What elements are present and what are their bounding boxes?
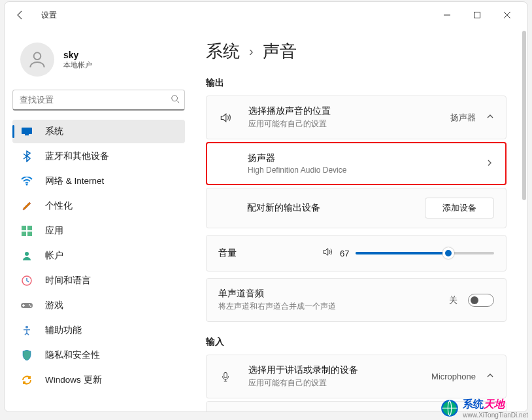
- svg-point-3: [172, 96, 178, 101]
- access-icon: [20, 324, 33, 337]
- clock-icon: [20, 274, 33, 287]
- maximize-button[interactable]: [462, 5, 492, 26]
- volume-slider[interactable]: [356, 252, 494, 254]
- monitor-icon: [20, 125, 33, 138]
- svg-point-12: [25, 252, 29, 256]
- body: sky 本地帐户 系统蓝牙和其他设备网络 & Internet个性化应用帐户时间…: [5, 28, 527, 411]
- nav-item-monitor[interactable]: 系统: [12, 120, 185, 143]
- svg-rect-6: [25, 134, 29, 135]
- minimize-button[interactable]: [432, 5, 462, 26]
- nav-item-apps[interactable]: 应用: [12, 219, 185, 243]
- nav-label: 系统: [45, 126, 63, 137]
- input-choose-title: 选择用于讲话或录制的设备: [248, 364, 431, 376]
- output-choose-value: 扬声器: [450, 112, 476, 124]
- nav-item-wifi[interactable]: 网络 & Internet: [12, 169, 185, 193]
- pair-device-card: 配对新的输出设备 添加设备: [206, 188, 507, 228]
- input-section-label: 输入: [206, 336, 507, 348]
- brush-icon: [20, 200, 33, 213]
- output-choose-sub: 应用可能有自己的设置: [248, 118, 450, 130]
- input-choose-card[interactable]: 选择用于讲话或录制的设备 应用可能有自己的设置 Microphone: [206, 355, 507, 398]
- main-content: 系统 › 声音 输出 选择播放声音的位置 应用可能有自己的设置 扬声器: [194, 28, 527, 411]
- mono-audio-card: 单声道音频 将左声道和右声道合并成一个声道 关: [206, 278, 507, 322]
- svg-rect-1: [474, 12, 480, 18]
- nav-label: 游戏: [45, 300, 63, 311]
- search-box: [12, 90, 185, 111]
- volume-label: 音量: [218, 247, 310, 259]
- microphone-icon: [218, 371, 233, 383]
- nav-label: 隐私和安全性: [45, 349, 100, 361]
- apps-icon: [20, 224, 33, 237]
- search-icon: [171, 94, 180, 106]
- nav-label: 应用: [45, 225, 63, 237]
- nav-item-update[interactable]: Windows 更新: [12, 368, 185, 392]
- svg-rect-8: [22, 226, 26, 230]
- chevron-right-icon: [486, 159, 493, 169]
- volume-card: 音量 67: [206, 235, 507, 271]
- nav-item-shield[interactable]: 隐私和安全性: [12, 343, 185, 367]
- nav-item-bluetooth[interactable]: 蓝牙和其他设备: [12, 145, 185, 168]
- settings-window: 设置 sky 本地帐户 系统蓝牙和其: [4, 1, 528, 412]
- shield-icon: [20, 349, 33, 362]
- svg-point-7: [26, 184, 28, 186]
- search-input[interactable]: [12, 90, 185, 111]
- app-title: 设置: [41, 10, 57, 21]
- svg-point-2: [34, 52, 41, 60]
- output-device-title: 扬声器: [248, 152, 486, 164]
- output-device-sub: High Definition Audio Device: [248, 166, 486, 175]
- user-type: 本地帐户: [63, 60, 92, 70]
- nav-item-game[interactable]: 游戏: [12, 294, 185, 317]
- svg-rect-11: [27, 232, 32, 236]
- speaker-icon[interactable]: [322, 246, 333, 260]
- person-icon: [20, 249, 33, 262]
- breadcrumb-root[interactable]: 系统: [206, 40, 240, 63]
- svg-point-17: [25, 326, 28, 328]
- close-button[interactable]: [492, 5, 522, 26]
- titlebar: 设置: [5, 2, 527, 28]
- nav-label: Windows 更新: [45, 374, 102, 386]
- mono-sub: 将左声道和右声道合并成一个声道: [218, 301, 449, 312]
- nav-label: 帐户: [45, 250, 63, 262]
- svg-rect-10: [22, 232, 26, 236]
- input-choose-sub: 应用可能有自己的设置: [248, 377, 431, 389]
- output-section-label: 输出: [206, 77, 507, 89]
- mono-title: 单声道音频: [218, 288, 449, 300]
- nav-item-access[interactable]: 辅助功能: [12, 319, 185, 342]
- svg-point-15: [29, 304, 30, 306]
- back-button[interactable]: [10, 5, 31, 26]
- nav-label: 网络 & Internet: [45, 175, 104, 187]
- nav-item-brush[interactable]: 个性化: [12, 194, 185, 218]
- output-choose-title: 选择播放声音的位置: [248, 105, 450, 117]
- nav-label: 时间和语言: [45, 275, 91, 287]
- window-controls: [432, 5, 522, 26]
- nav-label: 个性化: [45, 200, 73, 212]
- input-choose-value: Microphone: [431, 372, 476, 381]
- output-choose-card[interactable]: 选择播放声音的位置 应用可能有自己的设置 扬声器: [206, 96, 507, 139]
- chevron-right-icon: ›: [249, 44, 254, 59]
- user-profile[interactable]: sky 本地帐户: [12, 36, 194, 86]
- nav-item-person[interactable]: 帐户: [12, 244, 185, 268]
- update-icon: [20, 374, 33, 387]
- svg-point-16: [30, 306, 31, 307]
- breadcrumb: 系统 › 声音: [206, 40, 507, 63]
- avatar: [20, 43, 54, 77]
- chevron-up-icon: [486, 113, 494, 122]
- speaker-icon: [218, 111, 233, 124]
- nav-list: 系统蓝牙和其他设备网络 & Internet个性化应用帐户时间和语言游戏辅助功能…: [12, 120, 194, 392]
- sidebar: sky 本地帐户 系统蓝牙和其他设备网络 & Internet个性化应用帐户时间…: [5, 28, 194, 411]
- nav-label: 辅助功能: [45, 324, 82, 336]
- nav-item-clock[interactable]: 时间和语言: [12, 269, 185, 292]
- game-icon: [20, 299, 33, 312]
- watermark: 系统天地 www.XiTongTianDi.net: [441, 398, 528, 419]
- add-device-button[interactable]: 添加设备: [425, 198, 494, 219]
- chevron-up-icon: [486, 372, 494, 381]
- breadcrumb-current: 声音: [263, 40, 297, 63]
- volume-value: 67: [340, 249, 349, 258]
- mono-state: 关: [449, 294, 457, 306]
- scrollbar[interactable]: [522, 31, 526, 408]
- pair-title: 配对新的输出设备: [247, 202, 425, 214]
- user-name: sky: [63, 50, 92, 60]
- bluetooth-icon: [20, 150, 33, 163]
- mono-toggle[interactable]: [468, 294, 494, 307]
- output-device-card[interactable]: 扬声器 High Definition Audio Device: [206, 142, 507, 185]
- svg-rect-5: [22, 128, 32, 134]
